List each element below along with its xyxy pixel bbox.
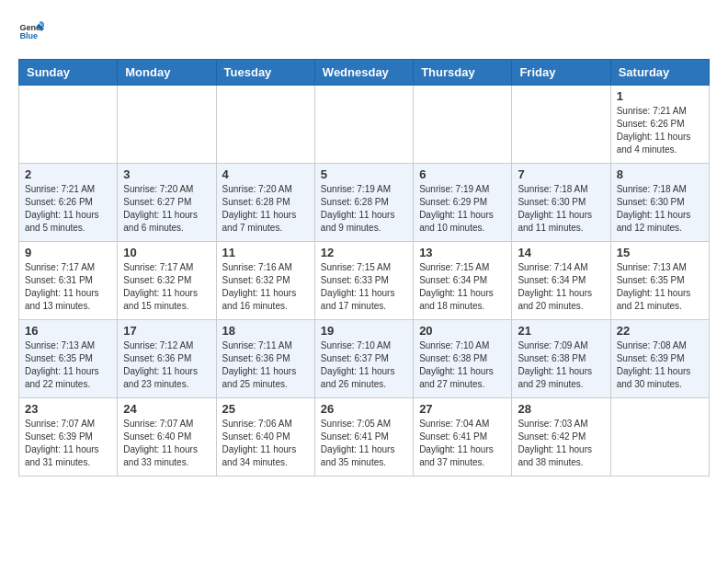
day-number: 28: [518, 402, 604, 416]
day-number: 8: [617, 167, 703, 181]
header: General Blue: [18, 18, 710, 44]
day-number: 18: [222, 324, 309, 338]
day-info: Sunrise: 7:16 AM Sunset: 6:32 PM Dayligh…: [222, 261, 309, 313]
calendar-table: SundayMondayTuesdayWednesdayThursdayFrid…: [18, 59, 710, 477]
day-info: Sunrise: 7:20 AM Sunset: 6:28 PM Dayligh…: [222, 183, 309, 235]
weekday-header-thursday: Thursday: [414, 60, 512, 86]
day-info: Sunrise: 7:12 AM Sunset: 6:36 PM Dayligh…: [123, 339, 210, 391]
day-info: Sunrise: 7:05 AM Sunset: 6:41 PM Dayligh…: [321, 418, 407, 469]
day-cell: 21Sunrise: 7:09 AM Sunset: 6:38 PM Dayli…: [512, 320, 610, 398]
day-cell: 9Sunrise: 7:17 AM Sunset: 6:31 PM Daylig…: [19, 242, 118, 320]
day-cell: 24Sunrise: 7:07 AM Sunset: 6:40 PM Dayli…: [118, 398, 216, 477]
day-info: Sunrise: 7:17 AM Sunset: 6:32 PM Dayligh…: [123, 261, 210, 313]
day-info: Sunrise: 7:19 AM Sunset: 6:29 PM Dayligh…: [419, 183, 506, 235]
day-cell: 12Sunrise: 7:15 AM Sunset: 6:33 PM Dayli…: [314, 242, 413, 320]
day-number: 27: [419, 402, 506, 416]
weekday-header-friday: Friday: [512, 60, 610, 86]
day-info: Sunrise: 7:11 AM Sunset: 6:36 PM Dayligh…: [222, 339, 309, 391]
weekday-header-monday: Monday: [118, 60, 216, 86]
logo: General Blue: [18, 18, 44, 44]
day-info: Sunrise: 7:17 AM Sunset: 6:31 PM Dayligh…: [25, 261, 111, 313]
day-info: Sunrise: 7:18 AM Sunset: 6:30 PM Dayligh…: [617, 183, 703, 235]
day-number: 10: [123, 246, 210, 259]
day-cell: 27Sunrise: 7:04 AM Sunset: 6:41 PM Dayli…: [414, 398, 512, 477]
day-info: Sunrise: 7:20 AM Sunset: 6:27 PM Dayligh…: [123, 183, 210, 235]
day-cell: 8Sunrise: 7:18 AM Sunset: 6:30 PM Daylig…: [610, 164, 709, 242]
day-cell: [216, 86, 314, 164]
day-info: Sunrise: 7:15 AM Sunset: 6:34 PM Dayligh…: [419, 261, 506, 313]
day-number: 26: [321, 402, 407, 416]
day-number: 19: [321, 324, 407, 338]
day-info: Sunrise: 7:21 AM Sunset: 6:26 PM Dayligh…: [25, 183, 111, 235]
day-info: Sunrise: 7:04 AM Sunset: 6:41 PM Dayligh…: [419, 418, 506, 469]
day-info: Sunrise: 7:06 AM Sunset: 6:40 PM Dayligh…: [222, 418, 309, 469]
day-cell: 26Sunrise: 7:05 AM Sunset: 6:41 PM Dayli…: [314, 398, 413, 477]
day-cell: 20Sunrise: 7:10 AM Sunset: 6:38 PM Dayli…: [414, 320, 512, 398]
day-number: 13: [419, 246, 506, 259]
week-row-0: 1Sunrise: 7:21 AM Sunset: 6:26 PM Daylig…: [19, 86, 710, 164]
day-number: 25: [222, 402, 309, 416]
day-info: Sunrise: 7:19 AM Sunset: 6:28 PM Dayligh…: [321, 183, 407, 235]
day-info: Sunrise: 7:15 AM Sunset: 6:33 PM Dayligh…: [321, 261, 407, 313]
svg-text:Blue: Blue: [19, 31, 38, 40]
day-cell: 16Sunrise: 7:13 AM Sunset: 6:35 PM Dayli…: [19, 320, 118, 398]
day-number: 23: [25, 402, 111, 416]
day-cell: 19Sunrise: 7:10 AM Sunset: 6:37 PM Dayli…: [314, 320, 413, 398]
day-cell: [414, 86, 512, 164]
day-cell: 15Sunrise: 7:13 AM Sunset: 6:35 PM Dayli…: [610, 242, 709, 320]
day-info: Sunrise: 7:10 AM Sunset: 6:37 PM Dayligh…: [321, 339, 407, 391]
day-cell: 2Sunrise: 7:21 AM Sunset: 6:26 PM Daylig…: [19, 164, 118, 242]
day-number: 24: [123, 402, 210, 416]
day-info: Sunrise: 7:10 AM Sunset: 6:38 PM Dayligh…: [419, 339, 506, 391]
day-cell: 23Sunrise: 7:07 AM Sunset: 6:39 PM Dayli…: [19, 398, 118, 477]
day-number: 3: [123, 167, 210, 181]
day-cell: 14Sunrise: 7:14 AM Sunset: 6:34 PM Dayli…: [512, 242, 610, 320]
logo-icon: General Blue: [18, 18, 44, 44]
day-cell: 25Sunrise: 7:06 AM Sunset: 6:40 PM Dayli…: [216, 398, 314, 477]
day-number: 2: [25, 167, 111, 181]
day-cell: 6Sunrise: 7:19 AM Sunset: 6:29 PM Daylig…: [414, 164, 512, 242]
week-row-1: 2Sunrise: 7:21 AM Sunset: 6:26 PM Daylig…: [19, 164, 710, 242]
weekday-header-saturday: Saturday: [610, 60, 709, 86]
day-info: Sunrise: 7:21 AM Sunset: 6:26 PM Dayligh…: [617, 105, 703, 156]
day-cell: 13Sunrise: 7:15 AM Sunset: 6:34 PM Dayli…: [414, 242, 512, 320]
day-cell: 1Sunrise: 7:21 AM Sunset: 6:26 PM Daylig…: [610, 86, 709, 164]
day-cell: [19, 86, 118, 164]
weekday-header-row: SundayMondayTuesdayWednesdayThursdayFrid…: [19, 60, 710, 86]
day-cell: 3Sunrise: 7:20 AM Sunset: 6:27 PM Daylig…: [118, 164, 216, 242]
weekday-header-sunday: Sunday: [19, 60, 118, 86]
day-info: Sunrise: 7:03 AM Sunset: 6:42 PM Dayligh…: [518, 418, 604, 469]
day-cell: 5Sunrise: 7:19 AM Sunset: 6:28 PM Daylig…: [314, 164, 413, 242]
day-info: Sunrise: 7:09 AM Sunset: 6:38 PM Dayligh…: [518, 339, 604, 391]
day-cell: 7Sunrise: 7:18 AM Sunset: 6:30 PM Daylig…: [512, 164, 610, 242]
day-number: 22: [617, 324, 703, 338]
day-number: 15: [617, 246, 703, 259]
day-info: Sunrise: 7:13 AM Sunset: 6:35 PM Dayligh…: [617, 261, 703, 313]
day-cell: 11Sunrise: 7:16 AM Sunset: 6:32 PM Dayli…: [216, 242, 314, 320]
day-number: 12: [321, 246, 407, 259]
day-info: Sunrise: 7:14 AM Sunset: 6:34 PM Dayligh…: [518, 261, 604, 313]
day-cell: [314, 86, 413, 164]
day-number: 11: [222, 246, 309, 259]
weekday-header-wednesday: Wednesday: [314, 60, 413, 86]
day-number: 17: [123, 324, 210, 338]
day-number: 7: [518, 167, 604, 181]
day-cell: [610, 398, 709, 477]
day-cell: [118, 86, 216, 164]
day-cell: 18Sunrise: 7:11 AM Sunset: 6:36 PM Dayli…: [216, 320, 314, 398]
day-info: Sunrise: 7:08 AM Sunset: 6:39 PM Dayligh…: [617, 339, 703, 391]
day-number: 4: [222, 167, 309, 181]
day-cell: 4Sunrise: 7:20 AM Sunset: 6:28 PM Daylig…: [216, 164, 314, 242]
day-info: Sunrise: 7:07 AM Sunset: 6:40 PM Dayligh…: [123, 418, 210, 469]
day-number: 16: [25, 324, 111, 338]
day-cell: [512, 86, 610, 164]
day-number: 21: [518, 324, 604, 338]
day-cell: 22Sunrise: 7:08 AM Sunset: 6:39 PM Dayli…: [610, 320, 709, 398]
day-cell: 28Sunrise: 7:03 AM Sunset: 6:42 PM Dayli…: [512, 398, 610, 477]
weekday-header-tuesday: Tuesday: [216, 60, 314, 86]
week-row-2: 9Sunrise: 7:17 AM Sunset: 6:31 PM Daylig…: [19, 242, 710, 320]
week-row-4: 23Sunrise: 7:07 AM Sunset: 6:39 PM Dayli…: [19, 398, 710, 477]
day-number: 1: [617, 89, 703, 103]
week-row-3: 16Sunrise: 7:13 AM Sunset: 6:35 PM Dayli…: [19, 320, 710, 398]
day-number: 6: [419, 167, 506, 181]
